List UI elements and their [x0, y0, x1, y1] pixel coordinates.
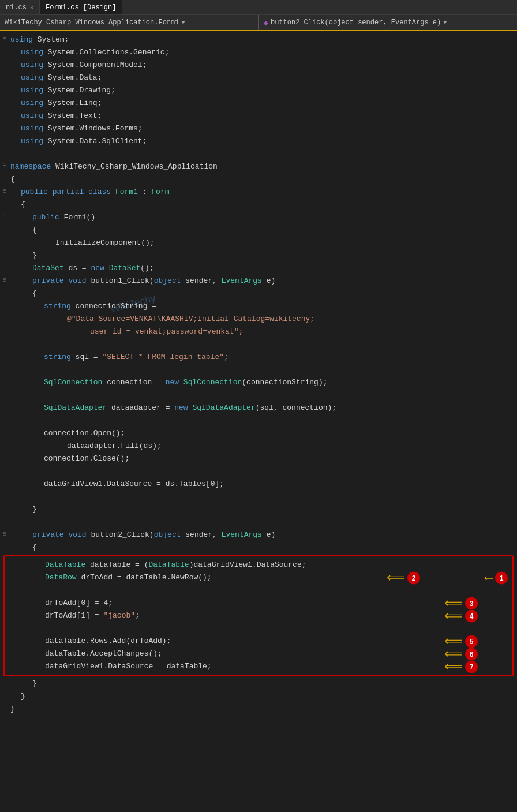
collapse-indicator-btn1[interactable]: ⊟	[0, 275, 9, 283]
code-line-blank-2	[0, 338, 517, 351]
collapse-indicator-class[interactable]: ⊟	[0, 186, 9, 194]
annotation-1: ⟵ 1	[485, 570, 508, 586]
line-content-cb5: }	[9, 678, 517, 690]
line-content-ob2: {	[9, 199, 517, 211]
code-line-cb7: }	[0, 703, 517, 716]
line-content-add: dataTable.Rows.Add(drToAdd);	[22, 635, 512, 648]
line-content-b4	[9, 389, 517, 402]
code-line-dt: DataTable dataTable = (DataTable)dataGri…	[5, 559, 512, 571]
code-line-1: ⊟ using System;	[0, 33, 517, 46]
line-content-sql: string sql = "SELECT * FROM login_table"…	[9, 351, 517, 364]
line-content-4: using System.Data;	[9, 72, 517, 84]
annotation-4: ⟸ 4	[444, 608, 478, 624]
annotation-7: ⟸ 7	[444, 659, 478, 675]
code-line-blank-5	[0, 414, 517, 427]
line-indicator-7	[0, 110, 9, 111]
code-line-ns: ⊟ namespace WikiTechy_Csharp_Windows_App…	[0, 160, 517, 173]
code-line-cb5: }	[0, 678, 517, 690]
line-content-6: using System.Linq;	[9, 97, 517, 110]
code-line-btn1: ⊟ private void button1_Click(object send…	[0, 275, 517, 287]
code-line-sql: string sql = "SELECT * FROM login_table"…	[0, 351, 517, 364]
line-indicator-8	[0, 122, 9, 124]
code-line-dgv2: dataGridView1.DataSource = dataTable; ⟸ …	[5, 660, 512, 673]
line-indicator-conn	[0, 376, 9, 377]
line-indicator-5	[0, 84, 9, 85]
class-dropdown[interactable]: WikiTechy_Csharp_Windows_Application.For…	[0, 15, 259, 30]
tab-n1cs-close[interactable]: ✕	[30, 4, 33, 11]
line-content-b6	[9, 465, 517, 478]
line-indicator-2	[0, 46, 9, 47]
tab-bar: n1.cs ✕ Form1.cs [Design]	[0, 0, 517, 15]
line-content-b10	[22, 622, 512, 635]
line-content-dgv: dataGridView1.DataSource = ds.Tables[0];	[9, 478, 517, 491]
line-indicator-adapter	[0, 402, 9, 403]
line-content-b9	[22, 584, 512, 597]
tab-n1cs[interactable]: n1.cs ✕	[0, 0, 40, 14]
collapse-indicator-ns[interactable]: ⊟	[0, 160, 9, 169]
line-indicator-cb3	[0, 249, 9, 250]
line-content-dt: DataTable dataTable = (DataTable)dataGri…	[22, 559, 512, 571]
code-line-ob4: {	[0, 287, 517, 300]
line-content-cs2: @"Data Source=VENKAT\KAASHIV;Initial Cat…	[9, 313, 517, 325]
line-indicator-b2	[0, 338, 9, 339]
line-content-cs3: user id = venkat;password=venkat";	[9, 325, 517, 338]
line-indicator-3	[0, 59, 9, 60]
line-indicator-b1	[0, 148, 9, 149]
arrow-right-icon-2: ⟸	[387, 570, 405, 586]
badge-2: 2	[407, 571, 420, 584]
line-content-class: public partial class Form1 : Form	[9, 186, 517, 199]
tab-form1-design[interactable]: Form1.cs [Design]	[40, 0, 122, 14]
arrow-right-icon-7: ⟸	[444, 659, 463, 675]
line-content-8: using System.Windows.Forms;	[9, 122, 517, 135]
line-indicator-cs3	[0, 325, 9, 327]
line-indicator-9	[0, 135, 9, 136]
line-content-ob5: {	[9, 541, 517, 554]
line-indicator-sql	[0, 351, 9, 352]
line-content-init: InitializeComponent();	[9, 237, 517, 249]
collapse-indicator-ctor[interactable]: ⊟	[0, 211, 9, 220]
code-line-adapter: SqlDataAdapter dataadapter = new SqlData…	[0, 402, 517, 414]
code-line-class: ⊟ public partial class Form1 : Form	[0, 186, 517, 199]
code-line-blank-8	[0, 516, 517, 529]
code-line-cs1: string connectionString =	[0, 300, 517, 313]
highlight-box: DataTable dataTable = (DataTable)dataGri…	[3, 555, 514, 676]
line-content-fill: dataadapter.Fill(ds);	[9, 440, 517, 452]
line-indicator-cb7	[0, 703, 9, 704]
method-dropdown[interactable]: ◆ button2_Click(object sender, EventArgs…	[259, 15, 518, 30]
collapse-indicator-btn2[interactable]: ⊟	[0, 529, 9, 537]
line-content-5: using System.Drawing;	[9, 84, 517, 97]
line-indicator-cs1	[0, 300, 9, 301]
code-line-add: dataTable.Rows.Add(drToAdd); ⟸ 5	[5, 635, 512, 648]
line-indicator-cb6	[0, 690, 9, 691]
code-line-ob2: {	[0, 199, 517, 211]
code-line-ob1: {	[0, 173, 517, 186]
line-content-ds: DataSet ds = new DataSet();	[9, 262, 517, 275]
code-line-8: using System.Windows.Forms;	[0, 122, 517, 135]
code-line-4: using System.Data;	[0, 72, 517, 84]
code-line-ob3: {	[0, 224, 517, 237]
badge-1: 1	[495, 571, 508, 584]
line-content-9: using System.Data.SqlClient;	[9, 135, 517, 148]
class-dropdown-value: WikiTechy_Csharp_Windows_Application.For…	[5, 18, 179, 27]
line-content-close: connection.Close();	[9, 452, 517, 465]
code-line-dr1: drToAdd[1] = "jacob"; ⟸ 4	[5, 609, 512, 622]
line-content-3: using System.ComponentModel;	[9, 59, 517, 72]
line-indicator-open	[0, 427, 9, 428]
line-content-ob4: {	[9, 287, 517, 300]
line-content-ob3: {	[9, 224, 517, 237]
code-line-5: using System.Drawing;	[0, 84, 517, 97]
line-content-ob1: {	[9, 173, 517, 186]
line-content-b5	[9, 414, 517, 427]
annotation-2: ⟸ 2	[387, 570, 420, 586]
arrow-right-icon-1: ⟵	[485, 570, 493, 586]
collapse-indicator-1[interactable]: ⊟	[0, 33, 9, 42]
code-line-open: connection.Open();	[0, 427, 517, 440]
line-content-7: using System.Text;	[9, 110, 517, 122]
code-line-init: InitializeComponent();	[0, 237, 517, 249]
code-line-blank-6	[0, 465, 517, 478]
code-line-close: connection.Close();	[0, 452, 517, 465]
line-indicator-b6	[0, 465, 9, 466]
line-indicator-ob1	[0, 173, 9, 174]
code-line-cs3: user id = venkat;password=venkat";	[0, 325, 517, 338]
badge-7: 7	[465, 660, 478, 673]
